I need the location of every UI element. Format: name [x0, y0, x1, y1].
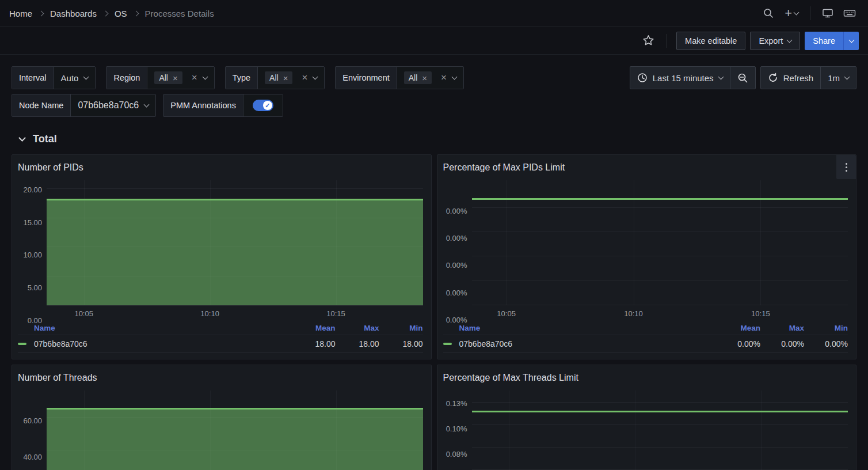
node-name-value: 07b6be8a70c6 — [78, 100, 139, 111]
environment-select[interactable]: All× × — [397, 67, 463, 89]
panel-percentage-max-threads: Percentage of Max Threads Limit 0.13%0.1… — [437, 365, 857, 470]
breadcrumb-dashboards[interactable]: Dashboards — [50, 9, 97, 18]
chevron-down-icon — [313, 74, 318, 80]
chart-percentage-max-pids: 0.00%0.00%0.00%0.00%0.00% 10:0510:1010:1… — [443, 180, 848, 320]
keyboard-icon[interactable] — [840, 4, 859, 22]
chevron-down-icon — [844, 74, 850, 80]
export-label: Export — [759, 36, 783, 46]
y-axis-labels: 0.13%0.10%0.08%0.05% — [443, 391, 472, 470]
chip-label: All — [269, 73, 279, 82]
legend-row: 07b6be8a70c6 18.00 18.00 18.00 — [18, 335, 423, 353]
export-button[interactable]: Export — [750, 32, 800, 50]
interval-label: Interval — [12, 67, 54, 89]
breadcrumb-home[interactable]: Home — [9, 9, 32, 18]
monitor-icon[interactable] — [818, 4, 837, 22]
legend-header-mean[interactable]: Mean — [717, 324, 760, 332]
chevron-down-icon — [718, 74, 724, 80]
type-select[interactable]: All× × — [258, 67, 324, 89]
legend-header-max[interactable]: Max — [336, 324, 379, 332]
legend-header-max[interactable]: Max — [760, 324, 804, 332]
x-axis-labels: 10:0510:1010:15 — [47, 305, 423, 320]
check-icon: ✓ — [265, 103, 270, 109]
legend-header-name[interactable]: Name — [459, 324, 717, 332]
close-icon[interactable]: × — [422, 74, 427, 82]
search-icon[interactable] — [759, 4, 778, 22]
panel-title[interactable]: Percentage of Max Threads Limit — [443, 370, 848, 386]
series-max: 18.00 — [336, 339, 379, 348]
y-axis-labels: 0.00%0.00%0.00%0.00%0.00% — [443, 180, 472, 320]
clock-icon — [637, 73, 648, 83]
plus-icon: + — [785, 7, 792, 20]
divider — [810, 6, 810, 20]
chart-number-of-pids: 20.0015.0010.005.000.00 10:0510:1010:15 — [18, 180, 423, 320]
refresh-interval-select[interactable]: 1m — [820, 67, 856, 89]
chevron-right-icon — [133, 10, 139, 16]
plot-area — [47, 180, 423, 305]
legend-header-min[interactable]: Min — [804, 324, 848, 332]
region-chip[interactable]: All× — [154, 71, 182, 84]
close-icon[interactable]: × — [173, 74, 178, 82]
series-swatch — [18, 343, 34, 345]
chevron-right-icon — [39, 10, 44, 16]
series-mean: 0.00% — [717, 339, 760, 348]
node-name-select[interactable]: 07b6be8a70c6 — [71, 94, 155, 116]
filter-bar: Interval Auto Region All× × Type All× × … — [0, 55, 868, 116]
series-name[interactable]: 07b6be8a70c6 — [459, 339, 717, 348]
chevron-down-icon — [452, 74, 458, 80]
interval-select[interactable]: Auto — [54, 67, 96, 89]
zoom-out-button[interactable] — [730, 67, 755, 89]
filter-row-2: Node Name 07b6be8a70c6 PMM Annotations ✓ — [12, 94, 856, 116]
dashboard-toolbar: Make editable Export Share — [0, 27, 868, 55]
region-select[interactable]: All× × — [147, 67, 214, 89]
refresh-button[interactable]: Refresh — [761, 67, 821, 89]
time-controls: Last 15 minutes Refresh 1m — [630, 66, 856, 89]
legend-header-mean[interactable]: Mean — [292, 324, 336, 332]
legend-header-min[interactable]: Min — [379, 324, 423, 332]
close-icon[interactable]: × — [283, 74, 288, 82]
favorite-star-icon[interactable] — [639, 32, 657, 50]
legend-header-name[interactable]: Name — [34, 324, 292, 332]
region-control: Region All× × — [106, 66, 214, 89]
refresh-icon — [768, 73, 778, 83]
share-menu-button[interactable] — [843, 32, 859, 50]
series-name[interactable]: 07b6be8a70c6 — [34, 339, 292, 348]
time-range-picker[interactable]: Last 15 minutes — [630, 67, 730, 89]
panel-number-of-threads: Number of Threads 60.0040.00 — [12, 365, 432, 470]
panel-menu-kebab-icon[interactable] — [836, 155, 856, 179]
top-nav: Home Dashboards OS Processes Details + — [0, 0, 868, 27]
environment-chip[interactable]: All× — [404, 71, 432, 84]
panel-title[interactable]: Percentage of Max PIDs Limit — [443, 160, 848, 176]
series-min: 18.00 — [379, 339, 423, 348]
panel-title[interactable]: Number of Threads — [18, 370, 423, 386]
breadcrumb-os[interactable]: OS — [115, 9, 127, 18]
time-range-label: Last 15 minutes — [653, 73, 714, 83]
pmm-annotations-switch-area: ✓ — [243, 94, 283, 116]
clear-icon[interactable]: × — [302, 72, 307, 84]
add-menu-button[interactable]: + — [781, 7, 802, 20]
chevron-down-icon — [794, 10, 800, 16]
environment-control: Environment All× × — [335, 66, 464, 89]
clear-icon[interactable]: × — [441, 72, 447, 84]
make-editable-button[interactable]: Make editable — [676, 32, 745, 50]
clear-icon[interactable]: × — [192, 72, 197, 84]
x-axis-labels: 10:0510:1010:15 — [472, 305, 848, 320]
panel-title[interactable]: Number of PIDs — [18, 160, 423, 176]
chart-percentage-max-threads: 0.13%0.10%0.08%0.05% — [443, 391, 848, 470]
chevron-down-icon — [18, 134, 26, 142]
share-button[interactable]: Share — [805, 32, 843, 50]
chevron-down-icon — [83, 74, 89, 80]
pmm-annotations-toggle[interactable]: ✓ — [253, 100, 273, 111]
y-axis-labels: 20.0015.0010.005.000.00 — [18, 180, 47, 320]
type-chip[interactable]: All× — [265, 71, 292, 84]
node-name-control: Node Name 07b6be8a70c6 — [12, 94, 156, 117]
type-label: Type — [226, 67, 258, 89]
environment-label: Environment — [336, 67, 397, 89]
plot-area — [472, 391, 848, 470]
pmm-annotations-control: PMM Annotations ✓ — [163, 94, 283, 117]
section-total-header[interactable]: Total — [20, 131, 868, 147]
legend: Name Mean Max Min 07b6be8a70c6 0.00% 0.0… — [443, 321, 848, 353]
y-axis-labels: 60.0040.00 — [18, 391, 47, 470]
chip-label: All — [159, 73, 168, 82]
series-min: 0.00% — [804, 339, 848, 348]
plot-area — [472, 180, 848, 305]
